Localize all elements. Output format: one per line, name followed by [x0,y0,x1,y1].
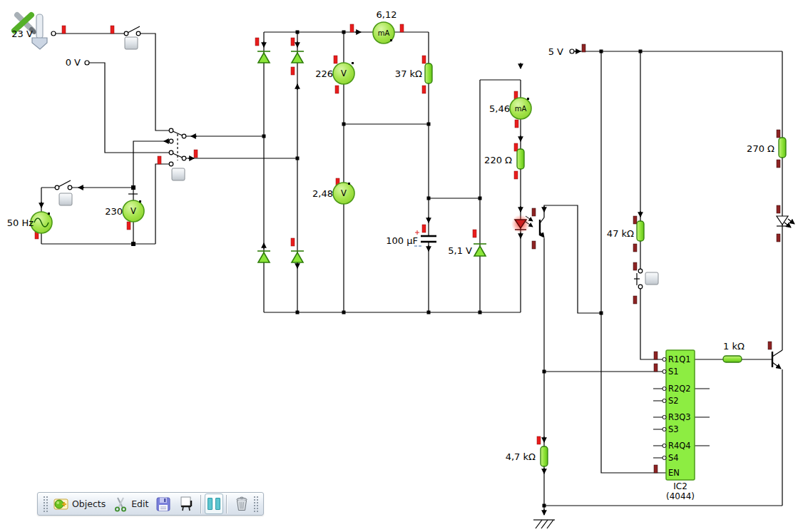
label-4-7k: 4,7 kΩ [506,451,536,462]
svg-text:mA: mA [515,105,527,113]
label-5v: 5 V [548,46,563,57]
zener-diode[interactable] [474,244,486,256]
switch-dpdt[interactable] [169,128,186,166]
resistor-220 [517,149,524,169]
svg-text:S2: S2 [668,396,679,406]
svg-text:R2Q2: R2Q2 [668,384,691,394]
meter-smoothed-voltage[interactable]: V [333,183,354,204]
meter-bridge-current[interactable]: mA [373,22,394,44]
resistor-47k [637,221,644,241]
edit-button[interactable]: Edit [109,495,152,513]
label-5-1v: 5,1 V [448,245,472,256]
resistor-270 [779,138,786,158]
junction-dots [131,31,643,508]
label-0v: 0 V [66,57,81,68]
label-220: 220 Ω [484,155,512,165]
svg-text:R1Q1: R1Q1 [668,354,691,364]
label-47k: 47 kΩ [607,228,634,239]
terminal-23v [51,31,56,36]
ic-4044[interactable]: R1Q1 S1 R2Q2 S2 R3Q3 S3 R4Q4 S4 EN [663,350,695,480]
meter-secondary-voltage[interactable]: V [333,62,354,84]
meter-opto-led-current[interactable]: mA [510,98,531,119]
diode [291,251,304,262]
push-button-icon [125,37,138,49]
toolbar: Objects Edit [37,492,264,516]
scissors-icon [113,496,128,512]
switch-mains[interactable] [55,180,72,190]
toolbar-grip-left[interactable] [43,496,48,513]
toolbar-grip-right[interactable] [253,496,258,513]
push-button-icon [59,193,72,205]
trash-icon [234,496,250,512]
label-4044: (4044) [666,491,695,501]
pause-button[interactable] [205,493,223,514]
polarity-plus-icon [415,230,419,235]
label-ic2: IC2 [673,481,687,491]
label-230: 230 [105,206,123,217]
current-markers-dark [532,44,780,473]
floppy-disk-icon [155,496,171,512]
schematic: V mA V V mA [0,0,798,532]
label-5-46: 5,46 [489,103,510,114]
npn-transistor[interactable] [772,350,782,369]
svg-text:S1: S1 [668,367,679,377]
resistor-1k [723,356,742,362]
ac-source-50hz[interactable] [31,212,52,233]
switch-top[interactable] [124,26,140,36]
push-button-icon [645,272,658,285]
svg-text:R4Q4: R4Q4 [668,441,691,451]
svg-text:R3Q3: R3Q3 [668,412,691,422]
label-1k: 1 kΩ [723,341,745,352]
resistors[interactable] [425,63,786,466]
diode [257,251,270,262]
phototransistor [540,218,544,237]
svg-text:EN: EN [668,468,680,478]
label-6-12: 6,12 [377,9,397,20]
svg-text:V: V [131,206,136,216]
label-270: 270 Ω [747,143,774,154]
label-226: 226 [315,68,333,79]
svg-text:V: V [341,188,347,198]
resistor-4k7 [541,446,548,466]
objects-button[interactable]: Objects [50,495,109,513]
objects-icon [53,496,69,512]
whiteboard-icon [178,496,194,512]
label-23v: 23 V [11,29,33,39]
resistor-37k [425,63,432,83]
switch-logic-push[interactable] [634,269,643,289]
label-2-48: 2,48 [312,188,333,199]
diode [291,51,304,63]
optocoupler[interactable] [511,215,544,237]
terminal-0v [85,61,89,65]
svg-text:V: V [341,68,347,78]
board-button[interactable] [175,495,198,513]
objects-label: Objects [72,498,106,509]
ground-symbol [533,520,555,528]
save-button[interactable] [152,495,175,513]
push-button-icons[interactable] [59,37,658,285]
toolbar-separator [226,495,227,513]
toolbar-separator [200,495,202,513]
diode [257,51,270,63]
label-50hz: 50 Hz [7,218,34,228]
svg-text:mA: mA [378,29,390,37]
delete-button[interactable] [230,495,253,513]
current-direction-arrows [41,32,640,515]
indicator-led[interactable] [777,216,794,227]
circuit-simulator-canvas: V mA V V mA [0,0,798,532]
current-markers-bright [35,24,541,444]
label-100uf: 100 µF [386,235,418,246]
pause-icon [208,498,213,510]
label-37k: 37 kΩ [395,68,422,79]
svg-text:S4: S4 [668,453,679,463]
edit-label: Edit [131,498,148,509]
push-button-icon [172,168,185,180]
terminal-5v [570,49,574,53]
svg-text:S3: S3 [668,424,679,434]
